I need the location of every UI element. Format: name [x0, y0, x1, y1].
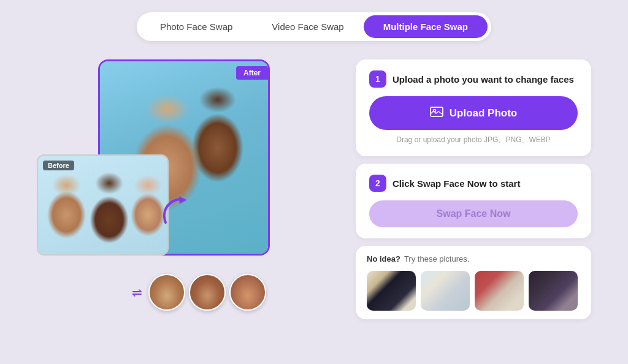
demo-panel: After Before ⇌: [37, 59, 331, 323]
step-1-number: 1: [369, 70, 386, 88]
upload-photo-icon: [430, 105, 443, 121]
step-2-header: 2 Click Swap Face Now to start: [369, 175, 578, 192]
try-image-2[interactable]: [421, 271, 470, 311]
main-content: After Before ⇌ 1 Upload: [0, 47, 628, 335]
upload-photo-button[interactable]: Upload Photo: [369, 96, 578, 130]
before-label: Before: [43, 161, 74, 170]
face-avatar-1: [148, 274, 185, 311]
try-image-4[interactable]: [529, 271, 578, 311]
face-avatar-3: [229, 274, 266, 311]
tab-multiple-face-swap[interactable]: Multiple Face Swap: [364, 15, 488, 38]
step-1-title: Upload a photo you want to change faces: [392, 74, 574, 85]
step-2-card: 2 Click Swap Face Now to start Swap Face…: [356, 164, 591, 238]
after-label: After: [236, 66, 268, 80]
step-2-title: Click Swap Face Now to start: [392, 178, 520, 189]
tab-photo-face-swap[interactable]: Photo Face Swap: [140, 15, 252, 38]
try-header: No idea? Try these pictures.: [367, 254, 580, 264]
face-circles: ⇌: [132, 274, 266, 311]
try-pictures-label: Try these pictures.: [404, 254, 469, 264]
try-image-1[interactable]: [367, 271, 416, 311]
swap-double-arrow-icon: ⇌: [132, 285, 142, 300]
face-avatar-2: [189, 274, 226, 311]
tab-video-face-swap[interactable]: Video Face Swap: [252, 15, 363, 38]
top-nav: Photo Face Swap Video Face Swap Multiple…: [137, 12, 491, 41]
upload-photo-label: Upload Photo: [450, 107, 517, 119]
step-2-number: 2: [369, 175, 386, 192]
try-image-list: [367, 271, 580, 311]
upload-hint: Drag or upload your photo JPG、PNG、WEBP: [369, 135, 578, 145]
right-panel: 1 Upload a photo you want to change face…: [356, 59, 591, 319]
step-1-card: 1 Upload a photo you want to change face…: [356, 59, 591, 156]
before-card: Before: [37, 154, 169, 256]
step-1-header: 1 Upload a photo you want to change face…: [369, 70, 578, 88]
swap-face-now-button[interactable]: Swap Face Now: [369, 200, 578, 227]
try-pictures-card: No idea? Try these pictures.: [356, 246, 591, 319]
no-idea-label: No idea?: [367, 254, 400, 264]
try-image-3[interactable]: [475, 271, 524, 311]
swap-face-now-label: Swap Face Now: [437, 208, 511, 219]
before-image: [38, 156, 167, 254]
